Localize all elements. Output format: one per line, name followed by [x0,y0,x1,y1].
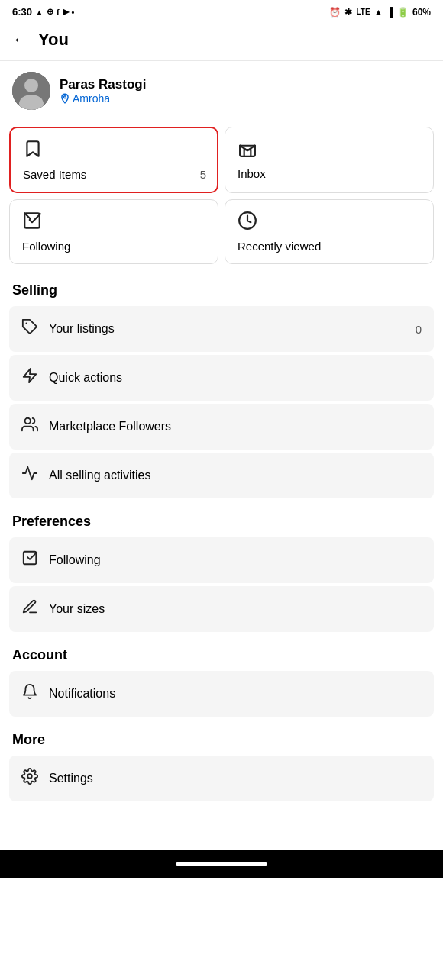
marketplace-followers-item[interactable]: Marketplace Followers [9,404,434,450]
saved-items-card[interactable]: Saved Items 5 [9,127,218,193]
quick-access-grid: Saved Items 5 Inbox Following [0,121,443,270]
settings-item[interactable]: Settings [9,756,434,801]
battery-level: 60% [412,7,431,18]
page-title: You [38,30,69,50]
quick-actions-label: Quick actions [49,371,422,385]
quick-actions-item[interactable]: Quick actions [9,355,434,401]
profile-info: Paras Rastogi Amroha [60,77,146,105]
your-listings-item[interactable]: Your listings 0 [9,306,434,352]
saved-items-count: 5 [200,168,206,181]
clock-icon [238,211,421,235]
saved-items-label: Saved Items [23,168,205,181]
recently-viewed-label: Recently viewed [238,240,421,253]
activities-icon [21,465,38,486]
profile-name: Paras Rastogi [60,77,146,92]
dot-icon: • [72,8,75,17]
page-header: ← You [0,22,443,61]
wifi-icon: ▲ [374,7,383,18]
all-selling-activities-item[interactable]: All selling activities [9,453,434,498]
following-card[interactable]: Following [9,199,218,264]
svg-marker-12 [24,369,37,382]
settings-label: Settings [49,772,422,785]
avatar-svg [12,72,50,110]
gps-icon: ⊕ [47,7,53,17]
time-display: 6:30 [12,6,32,18]
listings-count: 0 [416,323,422,336]
profile-location[interactable]: Amroha [60,92,146,105]
following-pref-label: Following [49,553,422,567]
profile-section: Paras Rastogi Amroha [0,61,443,121]
bluetooth-icon: ✱ [344,7,352,18]
signal-bars-icon: ▐ [386,7,393,18]
more-section-header: More [0,720,443,753]
bookmark-icon [23,139,205,163]
following-label: Following [22,240,205,253]
home-indicator [176,862,267,866]
marketplace-followers-icon [21,416,38,437]
status-time: 6:30 ▲ ⊕ f ▶ • [12,6,74,18]
all-selling-activities-label: All selling activities [49,469,422,482]
inbox-label: Inbox [238,167,421,180]
notifications-label: Notifications [49,687,422,701]
notifications-item[interactable]: Notifications [9,671,434,717]
location-pin-icon [60,93,70,104]
facebook-icon: f [57,8,60,17]
your-sizes-label: Your sizes [49,602,422,616]
your-listings-label: Your listings [49,322,416,336]
sizes-icon [21,598,38,620]
inbox-icon [238,138,421,163]
listings-icon [21,318,38,340]
preferences-section-header: Preferences [0,501,443,534]
svg-point-3 [64,96,66,98]
avatar-image [12,72,50,110]
svg-rect-14 [24,552,37,565]
bottom-navigation-bar [0,850,443,878]
signal-icon: ▲ [35,8,44,17]
svg-point-13 [25,418,31,424]
svg-point-15 [27,774,32,779]
status-bar: 6:30 ▲ ⊕ f ▶ • ⏰ ✱ LTE ▲ ▐ 🔋 60% [0,0,443,22]
selling-section-header: Selling [0,270,443,303]
quick-actions-icon [21,367,38,388]
lte-icon: LTE [356,8,370,16]
marketplace-followers-label: Marketplace Followers [49,420,422,434]
youtube-icon: ▶ [63,7,69,17]
battery-icon: 🔋 [397,7,409,18]
recently-viewed-card[interactable]: Recently viewed [225,199,434,264]
following-icon [22,211,205,235]
back-button[interactable]: ← [12,30,29,50]
settings-icon [21,768,38,789]
following-pref-item[interactable]: Following [9,537,434,583]
notifications-icon [21,683,38,704]
account-section-header: Account [0,635,443,668]
your-sizes-item[interactable]: Your sizes [9,586,434,632]
status-indicators: ⏰ ✱ LTE ▲ ▐ 🔋 60% [329,7,431,18]
following-pref-icon [21,550,38,571]
svg-point-1 [24,79,38,92]
inbox-card[interactable]: Inbox [225,127,434,193]
alarm-icon: ⏰ [329,7,341,18]
location-text: Amroha [73,92,110,105]
avatar[interactable] [12,72,50,110]
